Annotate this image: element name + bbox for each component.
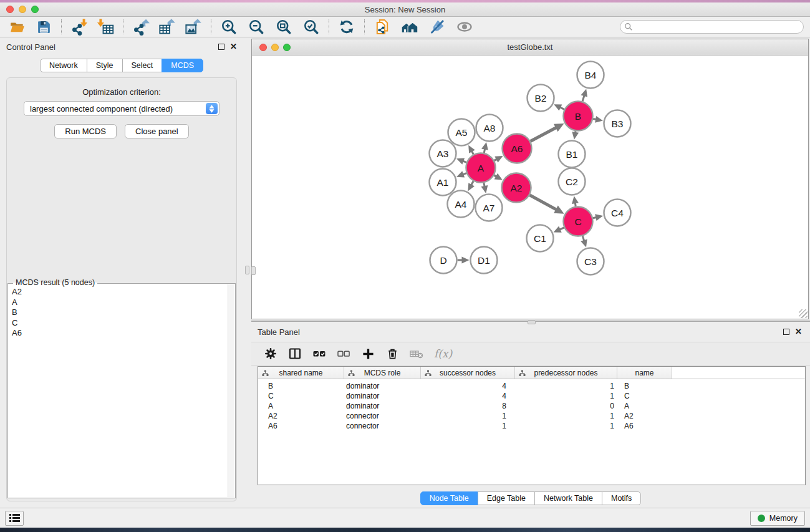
tab-select[interactable]: Select bbox=[122, 59, 163, 72]
table-row[interactable]: Cdominator41C bbox=[258, 391, 805, 401]
table-cell[interactable]: connector bbox=[344, 412, 421, 420]
result-item[interactable]: A2 bbox=[12, 287, 228, 297]
gear-icon[interactable] bbox=[264, 347, 277, 360]
table-cell[interactable]: dominator bbox=[344, 402, 421, 410]
zoom-in-icon[interactable] bbox=[219, 17, 238, 36]
tab-style[interactable]: Style bbox=[87, 59, 123, 72]
graph-edge[interactable] bbox=[582, 95, 584, 102]
tab-edge-table[interactable]: Edge Table bbox=[478, 491, 535, 505]
zoom-fit-icon[interactable] bbox=[274, 17, 293, 36]
graph-edge[interactable] bbox=[530, 195, 557, 210]
table-cell[interactable]: 1 bbox=[515, 392, 617, 400]
table-cell[interactable]: 0 bbox=[515, 402, 617, 410]
run-mcds-button[interactable]: Run MCDS bbox=[54, 124, 117, 138]
table-row[interactable]: A2connector11A2 bbox=[258, 411, 805, 421]
deselect-all-checkboxes-icon[interactable] bbox=[337, 347, 350, 360]
table-cell[interactable]: A6 bbox=[617, 422, 672, 430]
result-item[interactable]: A6 bbox=[12, 328, 228, 339]
save-session-icon[interactable] bbox=[34, 17, 53, 36]
image-export-icon[interactable] bbox=[184, 17, 203, 36]
splitter-grip[interactable] bbox=[528, 320, 536, 324]
table-cell[interactable]: dominator bbox=[344, 382, 421, 390]
result-item[interactable]: C bbox=[12, 318, 228, 329]
tab-mcds[interactable]: MCDS bbox=[162, 59, 203, 72]
table-cell[interactable]: A2 bbox=[258, 412, 344, 420]
network-clone-icon[interactable] bbox=[373, 17, 392, 36]
result-item[interactable]: B bbox=[12, 307, 228, 318]
tab-motifs[interactable]: Motifs bbox=[602, 491, 641, 505]
home-icon[interactable] bbox=[400, 17, 419, 36]
tab-network-table[interactable]: Network Table bbox=[534, 491, 602, 505]
refresh-icon[interactable] bbox=[337, 17, 356, 36]
select-all-checkboxes-icon[interactable] bbox=[312, 347, 326, 360]
split-columns-icon[interactable] bbox=[288, 347, 302, 360]
close-panel-button[interactable]: Close panel bbox=[125, 124, 189, 138]
folder-open-icon[interactable] bbox=[8, 17, 27, 36]
graph-edge[interactable] bbox=[560, 107, 564, 109]
network-window-titlebar[interactable]: testGlobe.txt bbox=[252, 39, 808, 56]
float-panel-icon[interactable] bbox=[218, 44, 224, 50]
table-row[interactable]: Adominator80A bbox=[258, 401, 805, 411]
table-cell[interactable]: C bbox=[617, 392, 672, 400]
tab-network[interactable]: Network bbox=[40, 59, 87, 72]
add-column-icon[interactable] bbox=[361, 347, 375, 360]
vertical-splitter[interactable] bbox=[243, 37, 251, 508]
table-cell[interactable]: 4 bbox=[421, 382, 515, 390]
table-row[interactable]: A6connector11A6 bbox=[258, 421, 805, 431]
column-header-shared-name[interactable]: shared name bbox=[258, 367, 344, 379]
result-item[interactable]: A bbox=[12, 297, 228, 308]
window-resize-grip[interactable] bbox=[799, 309, 808, 318]
column-sort-icon bbox=[425, 370, 432, 377]
result-scrollbar[interactable] bbox=[228, 284, 234, 497]
column-header-predecessor-nodes[interactable]: predecessor nodes bbox=[515, 367, 617, 379]
network-import-icon[interactable] bbox=[70, 17, 89, 36]
table-cell[interactable]: 1 bbox=[515, 422, 617, 430]
table-cell[interactable]: 1 bbox=[421, 422, 515, 430]
delete-column-icon[interactable] bbox=[385, 347, 399, 360]
table-cell[interactable]: C bbox=[258, 392, 344, 400]
table-cell[interactable]: 1 bbox=[421, 412, 515, 420]
graph-edge[interactable] bbox=[471, 181, 473, 185]
table-cell[interactable]: B bbox=[617, 382, 672, 390]
column-header-successor-nodes[interactable]: successor nodes bbox=[421, 367, 515, 379]
graph-edge[interactable] bbox=[560, 228, 564, 230]
column-header-name[interactable]: name bbox=[617, 367, 672, 379]
eye-icon[interactable] bbox=[455, 17, 474, 36]
close-panel-icon[interactable]: ✕ bbox=[795, 329, 802, 335]
window-edge-grip[interactable] bbox=[251, 266, 256, 275]
table-export-icon[interactable] bbox=[158, 17, 176, 36]
table-cell[interactable]: dominator bbox=[344, 392, 421, 400]
graph-edge[interactable] bbox=[582, 236, 584, 241]
table-import-icon[interactable] bbox=[96, 17, 115, 36]
table-cell[interactable]: connector bbox=[344, 422, 421, 430]
table-cell[interactable]: A bbox=[617, 402, 672, 410]
horizontal-splitter[interactable] bbox=[251, 319, 810, 324]
table-cell[interactable]: 1 bbox=[515, 412, 617, 420]
table-cell[interactable]: 1 bbox=[515, 382, 617, 390]
search-input[interactable] bbox=[620, 20, 804, 34]
close-panel-icon[interactable]: ✕ bbox=[230, 44, 237, 50]
splitter-grip[interactable] bbox=[245, 266, 249, 274]
table-cell[interactable]: A bbox=[258, 402, 344, 410]
table-cell[interactable]: B bbox=[258, 382, 344, 390]
table-cell[interactable]: A2 bbox=[617, 412, 672, 420]
network-graph[interactable]: B4B2BB3A8A5A6A3B1AA1C2A2A4A7C4CC1C3DD1 bbox=[252, 56, 808, 318]
table-row[interactable]: Bdominator41B bbox=[258, 381, 805, 391]
table-cell[interactable]: A6 bbox=[258, 422, 344, 430]
task-history-button[interactable] bbox=[5, 511, 24, 526]
network-window-title: testGlobe.txt bbox=[252, 42, 808, 52]
network-export-icon[interactable] bbox=[132, 17, 150, 36]
table-cell[interactable]: 4 bbox=[421, 392, 515, 400]
tab-node-table[interactable]: Node Table bbox=[420, 491, 478, 505]
zoom-out-icon[interactable] bbox=[247, 17, 266, 36]
float-panel-icon[interactable] bbox=[783, 329, 789, 335]
node-table[interactable]: shared nameMCDS rolesuccessor nodesprede… bbox=[258, 366, 806, 485]
table-cell[interactable]: 8 bbox=[421, 402, 515, 410]
zoom-selected-icon[interactable] bbox=[302, 17, 321, 36]
memory-button[interactable]: Memory bbox=[750, 511, 805, 526]
pen-slash-icon[interactable] bbox=[428, 17, 446, 36]
criterion-select[interactable]: largest connected component (directed) bbox=[24, 101, 219, 116]
network-canvas[interactable]: B4B2BB3A8A5A6A3B1AA1C2A2A4A7C4CC1C3DD1 bbox=[252, 56, 808, 319]
graph-edge[interactable] bbox=[531, 128, 556, 142]
column-header-mcds-role[interactable]: MCDS role bbox=[344, 367, 421, 379]
